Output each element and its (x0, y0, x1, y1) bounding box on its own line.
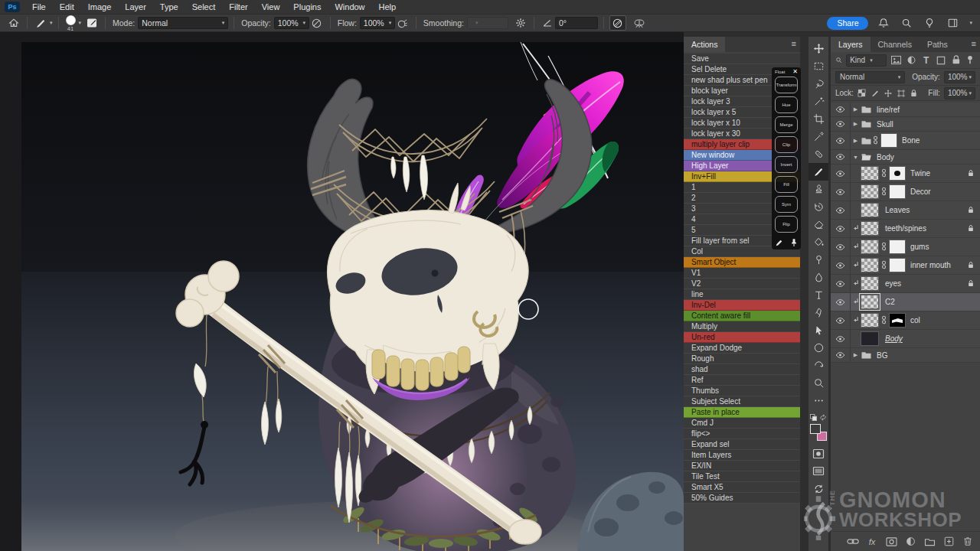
opacity-input[interactable]: 100% ▾ (274, 17, 309, 29)
tab-channels[interactable]: Channels (871, 37, 920, 52)
brush-caret-icon[interactable]: ▾ (79, 20, 82, 26)
symmetry-toggle[interactable] (631, 15, 648, 31)
type-tool[interactable] (808, 286, 828, 304)
layer-thumbnail[interactable] (861, 258, 879, 272)
object-selection-tool[interactable] (808, 93, 828, 110)
blend-mode-select[interactable]: Normal ▾ (835, 71, 905, 83)
layer-mask-thumbnail[interactable] (889, 184, 906, 199)
visibility-eye-icon[interactable] (831, 117, 851, 131)
foreground-color-swatch[interactable] (810, 424, 821, 434)
pen-tool[interactable] (808, 304, 828, 321)
filter-smart-object-icon[interactable] (950, 54, 961, 67)
action-item[interactable]: flip<> (684, 429, 800, 439)
new-layer-icon[interactable] (942, 536, 955, 548)
menu-select[interactable]: Select (185, 0, 223, 14)
expand-arrow-icon[interactable]: ▶ (851, 106, 861, 112)
screen-mode-button[interactable] (808, 462, 828, 480)
dodge-tool[interactable] (808, 251, 828, 269)
filter-adjustment-layers-icon[interactable] (906, 54, 916, 67)
layer-row-bone[interactable]: ▶Bone (831, 132, 980, 150)
opacity-pressure-icon[interactable] (309, 15, 325, 31)
canvas-area[interactable] (0, 32, 684, 551)
filter-toggle-icon[interactable] (965, 54, 975, 67)
visibility-eye-icon[interactable] (831, 330, 851, 347)
layer-mask-thumbnail[interactable] (889, 258, 906, 272)
layer-row-body[interactable]: Body (831, 330, 980, 348)
visibility-eye-icon[interactable] (831, 238, 851, 256)
airbrush-icon[interactable] (395, 15, 410, 31)
visibility-eye-icon[interactable] (831, 201, 851, 219)
action-item[interactable]: V2 (684, 279, 800, 289)
document-canvas[interactable] (21, 42, 684, 551)
float-button-invert[interactable]: Invert (775, 156, 798, 173)
visibility-eye-icon[interactable] (831, 183, 851, 201)
move-tool[interactable] (808, 40, 828, 57)
quick-mask-button[interactable] (808, 445, 828, 462)
action-item[interactable]: Expand sel (684, 439, 800, 450)
lock-position-icon[interactable] (884, 87, 893, 99)
expand-arrow-icon[interactable]: ▶ (851, 138, 861, 144)
layer-row-leaves[interactable]: Leaves (831, 201, 980, 220)
foreground-background-swatches[interactable] (810, 424, 827, 441)
workspace-caret-icon[interactable]: ▾ (969, 20, 972, 26)
layer-thumbnail[interactable] (861, 240, 879, 254)
visibility-eye-icon[interactable] (831, 150, 851, 164)
layer-thumbnail[interactable] (861, 203, 879, 217)
new-group-icon[interactable] (923, 536, 936, 548)
action-item[interactable]: EX/IN (684, 461, 800, 471)
action-item[interactable]: Thumbs (684, 386, 800, 396)
action-item[interactable]: Cmd J (684, 418, 800, 429)
menu-view[interactable]: View (255, 0, 287, 14)
layer-thumbnail[interactable] (861, 276, 879, 291)
layer-mask-thumbnail[interactable] (889, 313, 906, 328)
lock-artboard-icon[interactable] (897, 87, 906, 99)
visibility-eye-icon[interactable] (831, 348, 851, 362)
layers-opacity-input[interactable]: 100% ▾ (944, 71, 975, 83)
panel-menu-icon[interactable]: ≡ (792, 39, 796, 48)
fill-input[interactable]: 100% ▾ (944, 87, 975, 99)
action-item[interactable]: Tile Test (684, 471, 800, 482)
layer-row-gums[interactable]: gums (831, 238, 980, 256)
brush-tool-preset-icon[interactable] (33, 15, 48, 31)
action-item[interactable]: shad (684, 364, 800, 375)
expand-arrow-icon[interactable]: ▶ (851, 352, 861, 358)
eraser-tool[interactable] (808, 216, 828, 233)
layer-row-line-ref[interactable]: ▶line/ref (831, 103, 980, 117)
eyedropper-tool[interactable] (808, 128, 828, 145)
brush-tool[interactable] (808, 163, 828, 181)
visibility-eye-icon[interactable] (831, 132, 851, 149)
expand-arrow-icon[interactable]: ▶ (851, 121, 861, 127)
lasso-tool[interactable] (808, 75, 828, 93)
close-icon[interactable]: ✕ (792, 69, 798, 75)
layer-mask-thumbnail[interactable] (880, 133, 897, 148)
flow-input[interactable]: 100% ▾ (360, 17, 395, 29)
action-item[interactable]: Expand Dodge (684, 343, 800, 354)
notifications-bell-icon[interactable] (876, 15, 891, 31)
visibility-eye-icon[interactable] (831, 103, 851, 116)
visibility-eye-icon[interactable] (831, 165, 851, 182)
workspace-switcher-icon[interactable] (945, 15, 960, 31)
layer-row-teeth-spines[interactable]: teeth/spines (831, 220, 980, 238)
zoom-tool[interactable] (808, 374, 828, 392)
menu-filter[interactable]: Filter (222, 0, 254, 14)
action-item[interactable]: Paste in place (684, 407, 800, 418)
healing-brush-tool[interactable] (808, 145, 828, 163)
layer-mask-thumbnail[interactable] (889, 240, 906, 254)
clone-stamp-tool[interactable] (808, 181, 828, 198)
layer-row-inner-mouth[interactable]: inner mouth (831, 256, 980, 275)
action-item[interactable]: 50% Guides (684, 493, 800, 504)
menu-help[interactable]: Help (372, 0, 403, 14)
layer-row-decor[interactable]: Decor (831, 183, 980, 201)
action-item[interactable]: Content aware fill (684, 311, 800, 321)
layer-thumbnail[interactable] (861, 184, 879, 199)
delete-layer-icon[interactable] (962, 536, 974, 548)
menu-file[interactable]: File (25, 0, 53, 14)
brush-size-preview[interactable]: 41 (66, 15, 76, 31)
action-item[interactable]: Smart X5 (684, 482, 800, 493)
action-item[interactable]: Rough (684, 354, 800, 364)
float-button-transform[interactable]: Transform (775, 77, 798, 93)
shape-tool[interactable] (808, 339, 828, 357)
layer-row-body[interactable]: ▼Body (831, 150, 980, 165)
action-item[interactable]: Smart Object (684, 257, 800, 268)
home-icon[interactable] (6, 15, 21, 31)
